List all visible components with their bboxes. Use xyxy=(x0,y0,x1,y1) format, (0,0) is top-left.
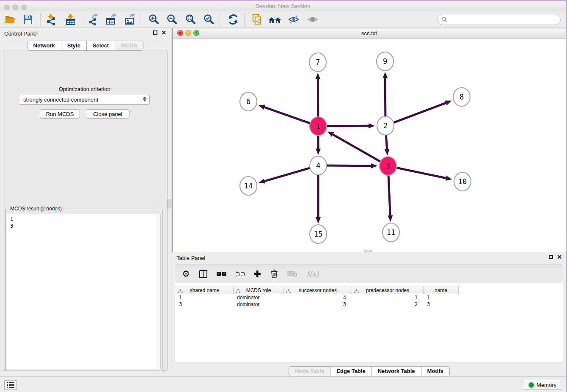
graph-edge-1-7[interactable] xyxy=(318,79,318,118)
float-table-panel-icon[interactable] xyxy=(549,255,553,259)
graph-edge-3-11[interactable] xyxy=(388,174,390,215)
graph-node-label: 3 xyxy=(386,162,390,170)
run-mcds-button[interactable]: Run MCDS xyxy=(40,109,80,119)
column-header-successor-nodes[interactable]: successor nodes xyxy=(284,287,352,294)
column-header-MCDS-role[interactable]: MCDS role xyxy=(234,287,284,294)
graph-node-label: 7 xyxy=(316,58,320,66)
table-cell: dominator xyxy=(234,301,284,308)
close-panel-icon[interactable]: ✕ xyxy=(161,30,166,35)
graph-edge-1-6[interactable] xyxy=(264,107,310,123)
toolbar-separator xyxy=(140,13,140,26)
graph-edge-2-8[interactable] xyxy=(394,103,446,123)
zoom-fit-icon[interactable] xyxy=(184,13,198,26)
import-table-icon[interactable] xyxy=(64,13,77,26)
float-panel-icon[interactable] xyxy=(153,30,157,35)
export-network-icon[interactable] xyxy=(86,13,100,26)
mcds-result-group: MCDS result (2 nodes) 1 3 xyxy=(5,209,162,371)
export-image-icon[interactable] xyxy=(123,13,137,26)
column-header-label: predecessor nodes xyxy=(366,287,409,293)
import-network-icon[interactable] xyxy=(44,13,58,26)
hide-selected-icon[interactable] xyxy=(287,13,300,26)
table-tab-node-table[interactable]: Node Table xyxy=(289,366,330,376)
mcds-result-textarea[interactable]: 1 3 xyxy=(7,214,161,369)
table-tab-motifs[interactable]: Motifs xyxy=(421,366,450,376)
refresh-icon[interactable] xyxy=(226,13,240,26)
select-all-icon[interactable]: ✓✓ xyxy=(217,272,226,276)
column-hierarchy-icon xyxy=(236,289,240,295)
tab-select[interactable]: Select xyxy=(86,41,115,51)
graph-edge-2-9[interactable] xyxy=(385,78,385,117)
network-canvas[interactable]: 7968124314101511 xyxy=(173,39,566,252)
save-session-icon[interactable] xyxy=(21,13,35,26)
table-cell: 4 xyxy=(284,294,352,301)
zoom-in-icon[interactable] xyxy=(147,13,161,26)
show-all-icon[interactable] xyxy=(306,13,319,26)
task-history-button[interactable] xyxy=(4,380,17,390)
table-row[interactable]: 3dominator323 xyxy=(176,301,459,308)
graph-arrowhead xyxy=(316,217,321,224)
column-header-predecessor-nodes[interactable]: predecessor nodes xyxy=(352,287,424,294)
graph-node-label: 15 xyxy=(314,230,322,238)
table-tab-network-table[interactable]: Network Table xyxy=(372,366,421,376)
result-scrollbar[interactable] xyxy=(156,214,160,369)
window-zoom-button[interactable] xyxy=(21,5,27,10)
graph-edge-4-3[interactable] xyxy=(327,166,371,166)
table-cell: 3 xyxy=(424,301,459,308)
window-close-button[interactable] xyxy=(4,5,10,10)
export-table-icon[interactable] xyxy=(105,13,118,26)
graph-edge-4-14[interactable] xyxy=(264,168,310,181)
graph-node-label: 6 xyxy=(246,97,250,106)
first-neighbors-icon[interactable] xyxy=(268,13,282,26)
function-builder-icon: f(x) xyxy=(307,270,319,278)
graph-node-label: 11 xyxy=(387,228,395,237)
table-cell: 3 xyxy=(284,301,352,308)
open-file-icon[interactable] xyxy=(3,13,17,26)
zoom-selected-icon[interactable] xyxy=(202,13,216,26)
task-list-icon xyxy=(7,382,14,388)
tab-mcds[interactable]: MCDS xyxy=(115,41,143,51)
column-header-shared-name[interactable]: shared name xyxy=(176,287,234,294)
network-minimize-button[interactable]: − xyxy=(185,30,191,36)
table-row[interactable]: 1dominator411 xyxy=(176,294,459,301)
graph-edge-3-10[interactable] xyxy=(396,168,446,178)
close-panel-button[interactable]: Close panel xyxy=(86,109,129,119)
graph-node-label: 2 xyxy=(383,121,388,130)
network-view-window: ✕ − + scc.txt 7968124314101511 xyxy=(172,28,566,252)
table-cell: 3 xyxy=(176,301,234,308)
add-icon[interactable]: ✚ xyxy=(254,269,261,279)
zoom-out-icon[interactable] xyxy=(165,13,179,26)
column-header-label: MCDS role xyxy=(246,287,271,293)
graph-edge-3-1[interactable] xyxy=(333,135,381,162)
graph-arrowhead xyxy=(446,176,452,181)
close-table-panel-icon[interactable]: ✕ xyxy=(557,255,562,259)
main-toolbar xyxy=(0,11,566,28)
network-maximize-button[interactable]: + xyxy=(193,30,199,36)
table-tabs: Node TableEdge TableNetwork TableMotifs xyxy=(172,366,566,376)
column-hierarchy-icon xyxy=(286,289,291,295)
delete-icon[interactable] xyxy=(270,270,278,278)
search-input[interactable] xyxy=(437,14,561,25)
control-panel-header: Control Panel ✕ xyxy=(0,28,171,39)
deselect-all-icon[interactable] xyxy=(236,272,245,276)
graph-edge-2-3[interactable] xyxy=(386,134,387,149)
column-hierarchy-icon xyxy=(354,289,359,295)
optimization-criterion-select[interactable]: strongly connected component xyxy=(19,95,150,105)
tab-style[interactable]: Style xyxy=(61,41,87,51)
table-settings-icon[interactable]: ⚙ xyxy=(182,269,190,279)
table-body: 1dominator4113dominator323 xyxy=(176,294,459,308)
vertical-splitter-grip[interactable] xyxy=(168,199,171,208)
graph-node-label: 10 xyxy=(458,177,467,186)
tab-network[interactable]: Network xyxy=(27,41,61,51)
window-minimize-button[interactable] xyxy=(13,5,18,10)
column-header-label: name xyxy=(435,287,447,293)
memory-button[interactable]: Memory xyxy=(524,380,561,390)
show-columns-icon[interactable] xyxy=(199,270,207,278)
duplicate-network-icon[interactable] xyxy=(250,13,264,26)
network-close-button[interactable]: ✕ xyxy=(177,30,183,36)
table-panel-header: Table Panel ✕ xyxy=(172,252,566,263)
graph-edge-1-2[interactable] xyxy=(327,126,369,126)
table-tab-edge-table[interactable]: Edge Table xyxy=(330,366,372,376)
search-icon xyxy=(441,17,447,22)
graph-node-label: 4 xyxy=(316,161,320,170)
column-header-name[interactable]: name xyxy=(424,287,459,294)
